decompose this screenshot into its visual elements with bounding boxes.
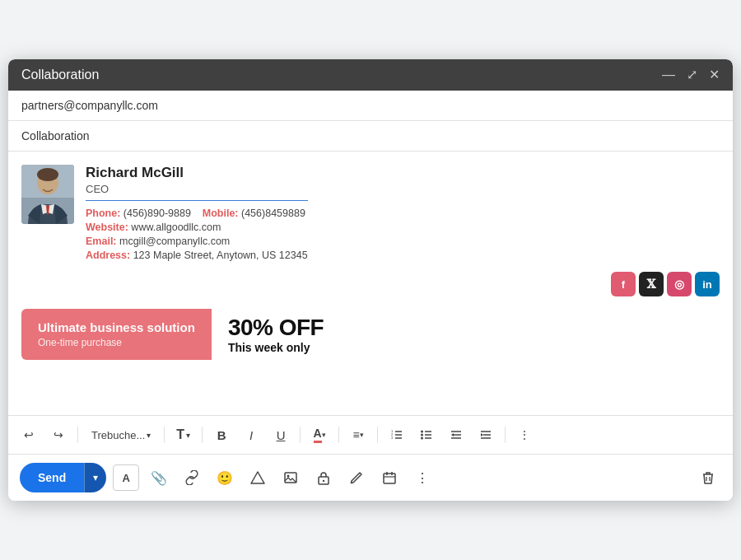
svg-rect-29 <box>384 474 395 483</box>
indent-more-icon <box>479 428 492 441</box>
toolbar-sep-2 <box>164 427 165 443</box>
linkedin-icon[interactable]: in <box>695 272 720 296</box>
social-icons: f 𝕏 ◎ in <box>21 272 720 296</box>
svg-point-3 <box>37 168 58 181</box>
instagram-icon[interactable]: ◎ <box>667 272 692 296</box>
photo-icon <box>283 470 298 485</box>
svg-point-26 <box>287 475 290 478</box>
x-letter: 𝕏 <box>647 278 656 292</box>
toolbar-sep-1 <box>77 427 78 443</box>
delete-button[interactable] <box>695 464 721 491</box>
font-color-label: A <box>314 427 322 443</box>
promo-subtitle: One-time purchase <box>38 337 195 348</box>
signature-button[interactable] <box>343 464 370 491</box>
toolbar-sep-6 <box>377 427 378 443</box>
address-text: 123 Maple Street, Anytown, US 12345 <box>133 250 308 261</box>
sig-email-row: Email: mcgill@companyllc.com <box>86 236 308 247</box>
format-text-button[interactable]: A <box>113 464 139 491</box>
indent-less-icon <box>450 428 463 441</box>
promo-left-block: Ultimate business solution One-time purc… <box>21 309 212 360</box>
font-color-button[interactable]: A ▾ <box>307 422 332 447</box>
subject-field-row <box>8 121 733 152</box>
lock-button[interactable] <box>310 464 337 491</box>
indent-more-button[interactable] <box>473 422 498 447</box>
bold-button[interactable]: B <box>209 422 234 447</box>
promo-week-text: This week only <box>228 341 324 354</box>
svg-point-28 <box>323 480 324 482</box>
attach-file-button[interactable]: 📎 <box>146 464 172 491</box>
link-icon <box>184 470 199 485</box>
align-button[interactable]: ≡ ▾ <box>346 422 370 447</box>
send-options-button[interactable]: ▾ <box>84 463 106 492</box>
insert-photo-button[interactable] <box>277 464 304 491</box>
svg-marker-19 <box>451 433 454 436</box>
italic-button[interactable]: I <box>239 422 263 447</box>
mobile-label: Mobile: <box>203 208 239 219</box>
font-family-label: Trebuche... <box>91 429 145 441</box>
email-address: mcgill@companyllc.com <box>119 236 230 247</box>
toolbar-sep-4 <box>300 427 301 443</box>
website-label: Website: <box>86 222 128 233</box>
email-label: Email: <box>86 236 117 247</box>
sig-address-row: Address: 123 Maple Street, Anytown, US 1… <box>86 250 308 261</box>
font-size-select[interactable]: T ▾ <box>171 424 195 446</box>
redo-button[interactable]: ↪ <box>46 422 71 447</box>
schedule-button[interactable] <box>376 464 403 491</box>
minimize-button[interactable]: — <box>662 68 675 82</box>
bullet-list-icon <box>420 428 433 441</box>
window-title: Collaboration <box>21 68 99 82</box>
sig-person-title: CEO <box>86 183 308 195</box>
signature-block: Richard McGill CEO Phone: (456)890-9889 … <box>21 165 720 362</box>
toolbar-sep-3 <box>202 427 203 443</box>
svg-point-15 <box>421 437 423 440</box>
svg-point-13 <box>421 431 423 433</box>
font-family-chevron: ▾ <box>147 431 151 440</box>
promo-title: Ultimate business solution <box>38 320 195 334</box>
sig-name-area: Richard McGill CEO Phone: (456)890-9889 … <box>86 165 308 264</box>
insert-link-button[interactable] <box>179 464 205 491</box>
facebook-icon[interactable]: f <box>611 272 636 296</box>
formatting-toolbar: ↩ ↪ Trebuche... ▾ T ▾ B I U A ▾ ≡ ▾ <box>8 415 733 454</box>
phone-number: (456)890-9889 <box>124 208 191 219</box>
linkedin-letter: in <box>702 278 712 291</box>
svg-text:3: 3 <box>391 436 394 440</box>
close-button[interactable]: ✕ <box>709 68 720 82</box>
font-size-icon: T <box>176 427 184 442</box>
to-input[interactable] <box>21 99 720 112</box>
mobile-value: (456)8459889 <box>241 208 305 219</box>
body-area[interactable]: Richard McGill CEO Phone: (456)890-9889 … <box>8 152 733 415</box>
svg-marker-23 <box>481 433 483 436</box>
subject-input[interactable] <box>21 129 720 142</box>
promo-discount-text: 30% OFF <box>228 315 324 341</box>
more-bottom-button[interactable]: ⋮ <box>409 464 436 491</box>
indent-less-button[interactable] <box>444 422 468 447</box>
sig-website-row: Website: www.allgoodllc.com <box>86 222 308 233</box>
expand-button[interactable]: ⤢ <box>687 68 697 82</box>
title-bar: Collaboration — ⤢ ✕ <box>8 59 733 91</box>
sig-person-name: Richard McGill <box>86 165 308 181</box>
undo-button[interactable]: ↩ <box>16 422 41 447</box>
send-button-group: Send ▾ <box>20 463 106 492</box>
font-family-select[interactable]: Trebuche... ▾ <box>85 426 157 445</box>
toolbar-sep-7 <box>505 427 506 443</box>
window-controls: — ⤢ ✕ <box>662 68 720 82</box>
align-icon: ≡ <box>352 428 359 441</box>
sig-header: Richard McGill CEO Phone: (456)890-9889 … <box>21 165 720 264</box>
send-button[interactable]: Send <box>20 463 84 492</box>
emoji-button[interactable]: 🙂 <box>212 464 238 491</box>
phone-label: Phone: <box>86 208 120 219</box>
promo-banner: Ultimate business solution One-time purc… <box>21 306 720 362</box>
sig-phone-row: Phone: (456)890-9889 Mobile: (456)845988… <box>86 208 308 219</box>
drive-button[interactable] <box>245 464 271 491</box>
avatar-image <box>21 165 74 224</box>
more-options-button[interactable]: ⋮ <box>512 422 537 447</box>
numbered-list-button[interactable]: 1 2 3 <box>384 422 409 447</box>
drive-icon <box>250 470 265 485</box>
font-color-chevron: ▾ <box>322 431 326 439</box>
x-twitter-icon[interactable]: 𝕏 <box>639 272 664 296</box>
to-field-row <box>8 91 733 121</box>
bullet-list-button[interactable] <box>414 422 439 447</box>
align-chevron: ▾ <box>360 431 364 439</box>
pencil-icon <box>349 470 364 485</box>
underline-button[interactable]: U <box>268 422 293 447</box>
